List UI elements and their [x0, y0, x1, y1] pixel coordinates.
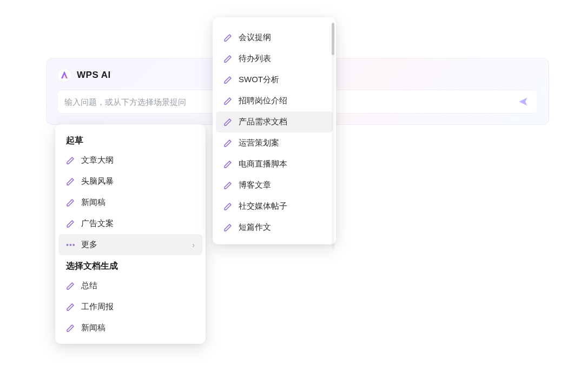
ai-title: WPS AI — [77, 70, 111, 81]
wps-ai-logo-icon — [57, 68, 71, 82]
menu-item-label: 新闻稿 — [81, 323, 105, 333]
pen-icon — [223, 97, 232, 105]
menu-item-label: 博客文章 — [239, 180, 271, 190]
menu-item-label: 更多 — [81, 240, 97, 250]
pen-icon — [66, 220, 75, 228]
pen-icon — [223, 34, 232, 42]
menu-item-more[interactable]: •••更多› — [58, 234, 202, 255]
pen-icon — [66, 324, 75, 333]
menu-item[interactable]: 工作周报 — [55, 296, 206, 317]
menu-item-label: 文章大纲 — [81, 155, 114, 165]
submenu-item[interactable]: 短篇作文 — [213, 217, 336, 238]
submenu-item[interactable]: 产品需求文档 — [216, 111, 333, 132]
submenu-item[interactable]: 博客文章 — [213, 175, 336, 196]
menu-item-label: 工作周报 — [81, 302, 114, 312]
section-header: 起草 — [55, 130, 206, 150]
section-header: 选择文档生成 — [55, 255, 206, 275]
menu-item-label: 会议提纲 — [239, 32, 271, 43]
pen-icon — [223, 55, 232, 63]
pen-icon — [223, 139, 232, 148]
pen-icon — [66, 177, 75, 186]
more-submenu: 会议提纲待办列表SWOT分析招聘岗位介绍产品需求文档运营策划案电商直播脚本博客文… — [213, 17, 336, 244]
menu-item[interactable]: 总结 — [55, 275, 206, 296]
submenu-item[interactable]: 待办列表 — [213, 48, 336, 69]
submenu-item[interactable]: 运营策划案 — [213, 132, 336, 154]
submenu-item[interactable]: 社交媒体帖子 — [213, 196, 336, 217]
scrollbar-thumb[interactable] — [332, 23, 334, 55]
pen-icon — [223, 223, 232, 232]
pen-icon — [66, 303, 75, 311]
menu-item[interactable]: 广告文案 — [55, 213, 206, 234]
menu-item[interactable]: 头脑风暴 — [55, 171, 206, 192]
send-icon — [518, 96, 529, 107]
chevron-right-icon: › — [192, 241, 195, 249]
more-dots-icon: ••• — [66, 241, 75, 249]
pen-icon — [223, 160, 232, 169]
menu-item-label: 社交媒体帖子 — [239, 201, 287, 211]
menu-item-label: 广告文案 — [81, 218, 114, 229]
pen-icon — [223, 76, 232, 84]
submenu-item[interactable]: SWOT分析 — [213, 69, 336, 90]
pen-icon — [66, 198, 75, 207]
menu-item-label: 电商直播脚本 — [239, 159, 287, 169]
pen-icon — [223, 202, 232, 211]
submenu-item[interactable]: 招聘岗位介绍 — [213, 90, 336, 111]
menu-item-label: 产品需求文档 — [239, 117, 287, 127]
menu-item[interactable]: 新闻稿 — [55, 317, 206, 338]
draft-menu: 起草文章大纲头脑风暴新闻稿广告文案•••更多›选择文档生成总结工作周报新闻稿 — [55, 124, 206, 344]
scrollbar[interactable] — [332, 23, 334, 250]
menu-item-label: 短篇作文 — [239, 222, 271, 232]
send-button[interactable] — [516, 94, 531, 109]
menu-item[interactable]: 新闻稿 — [55, 192, 206, 213]
submenu-item[interactable]: 电商直播脚本 — [213, 154, 336, 175]
menu-item-label: 总结 — [81, 281, 97, 291]
menu-item-label: 头脑风暴 — [81, 176, 114, 187]
menu-item-label: 运营策划案 — [239, 138, 279, 148]
pen-icon — [223, 181, 232, 190]
menu-item-label: 新闻稿 — [81, 197, 105, 208]
menu-item-label: 待办列表 — [239, 54, 271, 64]
menu-item-label: SWOT分析 — [239, 75, 279, 85]
pen-icon — [223, 118, 232, 127]
menu-item[interactable]: 文章大纲 — [55, 150, 206, 171]
pen-icon — [66, 156, 75, 165]
pen-icon — [66, 282, 75, 290]
submenu-item[interactable]: 会议提纲 — [213, 27, 336, 48]
menu-item-label: 招聘岗位介绍 — [239, 96, 287, 106]
